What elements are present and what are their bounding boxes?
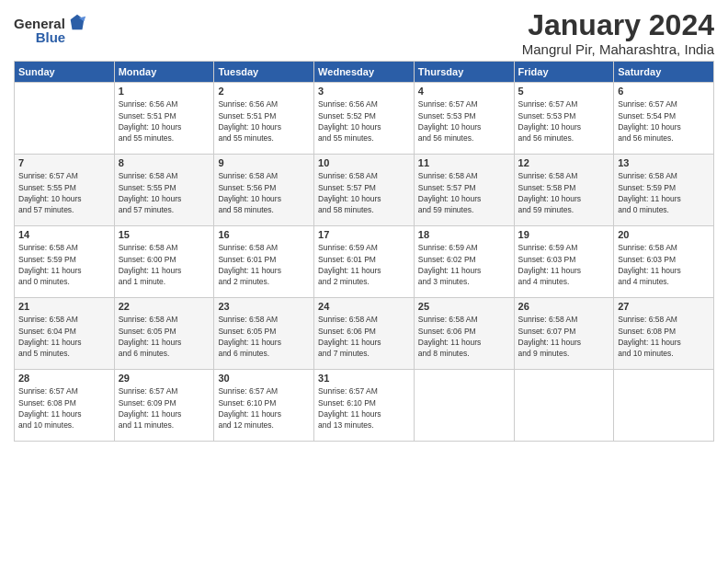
cell-content: Sunrise: 6:58 AMSunset: 6:06 PMDaylight:…: [418, 314, 510, 359]
table-row: 15Sunrise: 6:58 AMSunset: 6:00 PMDayligh…: [114, 226, 214, 298]
cell-content: Sunrise: 6:56 AMSunset: 5:51 PMDaylight:…: [218, 98, 310, 144]
logo: General Blue: [14, 13, 87, 45]
table-row: 20Sunrise: 6:58 AMSunset: 6:03 PMDayligh…: [614, 226, 714, 298]
cell-content: Sunrise: 6:57 AMSunset: 5:53 PMDaylight:…: [418, 98, 510, 144]
day-number: 10: [318, 157, 410, 168]
day-number: 31: [318, 373, 410, 384]
day-number: 7: [18, 157, 110, 168]
day-number: 20: [618, 229, 710, 240]
day-number: 22: [119, 301, 210, 312]
day-number: 30: [218, 373, 310, 384]
table-row: 12Sunrise: 6:58 AMSunset: 5:58 PMDayligh…: [514, 155, 614, 226]
logo-icon: [67, 13, 87, 33]
day-number: 16: [218, 229, 310, 240]
day-number: 3: [318, 86, 410, 97]
table-row: [514, 370, 614, 442]
table-row: 30Sunrise: 6:57 AMSunset: 6:10 PMDayligh…: [214, 370, 314, 442]
table-row: 27Sunrise: 6:58 AMSunset: 6:08 PMDayligh…: [614, 298, 714, 370]
day-number: 12: [518, 157, 610, 168]
table-row: 3Sunrise: 6:56 AMSunset: 5:52 PMDaylight…: [314, 83, 415, 155]
table-row: 8Sunrise: 6:58 AMSunset: 5:55 PMDaylight…: [114, 155, 214, 226]
col-wednesday: Wednesday: [314, 62, 415, 83]
cell-content: Sunrise: 6:58 AMSunset: 6:00 PMDaylight:…: [119, 242, 210, 287]
table-row: 1Sunrise: 6:56 AMSunset: 5:51 PMDaylight…: [114, 83, 214, 155]
col-friday: Friday: [514, 62, 614, 83]
table-row: 14Sunrise: 6:58 AMSunset: 5:59 PMDayligh…: [15, 226, 115, 298]
cell-content: Sunrise: 6:58 AMSunset: 5:58 PMDaylight:…: [518, 170, 610, 215]
cell-content: Sunrise: 6:59 AMSunset: 6:02 PMDaylight:…: [418, 242, 510, 287]
table-row: 18Sunrise: 6:59 AMSunset: 6:02 PMDayligh…: [414, 226, 514, 298]
cell-content: Sunrise: 6:58 AMSunset: 6:03 PMDaylight:…: [618, 242, 710, 287]
table-row: [614, 370, 714, 442]
table-row: 24Sunrise: 6:58 AMSunset: 6:06 PMDayligh…: [314, 298, 415, 370]
cell-content: Sunrise: 6:58 AMSunset: 6:08 PMDaylight:…: [618, 314, 710, 359]
header-row: Sunday Monday Tuesday Wednesday Thursday…: [15, 62, 714, 83]
table-row: 11Sunrise: 6:58 AMSunset: 5:57 PMDayligh…: [414, 155, 514, 226]
day-number: 15: [119, 229, 210, 240]
table-row: 13Sunrise: 6:58 AMSunset: 5:59 PMDayligh…: [614, 155, 714, 226]
table-row: 29Sunrise: 6:57 AMSunset: 6:09 PMDayligh…: [114, 370, 214, 442]
table-row: 19Sunrise: 6:59 AMSunset: 6:03 PMDayligh…: [514, 226, 614, 298]
table-row: 28Sunrise: 6:57 AMSunset: 6:08 PMDayligh…: [15, 370, 115, 442]
week-row: 28Sunrise: 6:57 AMSunset: 6:08 PMDayligh…: [15, 370, 714, 442]
table-row: 17Sunrise: 6:59 AMSunset: 6:01 PMDayligh…: [314, 226, 415, 298]
day-number: 13: [618, 157, 710, 168]
col-monday: Monday: [114, 62, 214, 83]
day-number: 4: [418, 86, 510, 97]
day-number: 5: [518, 86, 610, 97]
day-number: 9: [218, 157, 310, 168]
cell-content: Sunrise: 6:58 AMSunset: 5:59 PMDaylight:…: [18, 242, 110, 287]
day-number: 18: [418, 229, 510, 240]
day-number: 17: [318, 229, 410, 240]
col-tuesday: Tuesday: [214, 62, 314, 83]
table-row: [15, 83, 115, 155]
page-container: General Blue January 2024 Mangrul Pir, M…: [0, 0, 728, 451]
table-row: 23Sunrise: 6:58 AMSunset: 6:05 PMDayligh…: [214, 298, 314, 370]
table-row: [414, 370, 514, 442]
week-row: 21Sunrise: 6:58 AMSunset: 6:04 PMDayligh…: [15, 298, 714, 370]
logo-blue: Blue: [36, 29, 66, 45]
table-row: 2Sunrise: 6:56 AMSunset: 5:51 PMDaylight…: [214, 83, 314, 155]
cell-content: Sunrise: 6:59 AMSunset: 6:01 PMDaylight:…: [318, 242, 410, 287]
cell-content: Sunrise: 6:57 AMSunset: 6:10 PMDaylight:…: [218, 385, 310, 431]
cell-content: Sunrise: 6:58 AMSunset: 5:55 PMDaylight:…: [119, 170, 210, 215]
cell-content: Sunrise: 6:57 AMSunset: 6:10 PMDaylight:…: [318, 385, 410, 431]
cell-content: Sunrise: 6:59 AMSunset: 6:03 PMDaylight:…: [518, 242, 610, 287]
table-row: 22Sunrise: 6:58 AMSunset: 6:05 PMDayligh…: [114, 298, 214, 370]
table-row: 21Sunrise: 6:58 AMSunset: 6:04 PMDayligh…: [15, 298, 115, 370]
location-title: Mangrul Pir, Maharashtra, India: [522, 41, 714, 57]
cell-content: Sunrise: 6:58 AMSunset: 6:07 PMDaylight:…: [518, 314, 610, 359]
day-number: 19: [518, 229, 610, 240]
day-number: 6: [618, 86, 710, 97]
day-number: 21: [18, 301, 110, 312]
logo-general: General: [14, 16, 65, 31]
week-row: 14Sunrise: 6:58 AMSunset: 5:59 PMDayligh…: [15, 226, 714, 298]
calendar-table: Sunday Monday Tuesday Wednesday Thursday…: [14, 61, 714, 442]
col-sunday: Sunday: [15, 62, 115, 83]
title-block: January 2024 Mangrul Pir, Maharashtra, I…: [522, 9, 714, 57]
table-row: 6Sunrise: 6:57 AMSunset: 5:54 PMDaylight…: [614, 83, 714, 155]
cell-content: Sunrise: 6:58 AMSunset: 5:57 PMDaylight:…: [318, 170, 410, 215]
week-row: 7Sunrise: 6:57 AMSunset: 5:55 PMDaylight…: [15, 155, 714, 226]
day-number: 1: [119, 86, 210, 97]
header: General Blue January 2024 Mangrul Pir, M…: [14, 9, 714, 57]
table-row: 4Sunrise: 6:57 AMSunset: 5:53 PMDaylight…: [414, 83, 514, 155]
cell-content: Sunrise: 6:58 AMSunset: 5:57 PMDaylight:…: [418, 170, 510, 215]
col-saturday: Saturday: [614, 62, 714, 83]
day-number: 23: [218, 301, 310, 312]
day-number: 26: [518, 301, 610, 312]
cell-content: Sunrise: 6:57 AMSunset: 5:55 PMDaylight:…: [18, 170, 110, 215]
day-number: 8: [119, 157, 210, 168]
day-number: 2: [218, 86, 310, 97]
table-row: 5Sunrise: 6:57 AMSunset: 5:53 PMDaylight…: [514, 83, 614, 155]
cell-content: Sunrise: 6:58 AMSunset: 6:05 PMDaylight:…: [119, 314, 210, 359]
table-row: 26Sunrise: 6:58 AMSunset: 6:07 PMDayligh…: [514, 298, 614, 370]
day-number: 11: [418, 157, 510, 168]
table-row: 31Sunrise: 6:57 AMSunset: 6:10 PMDayligh…: [314, 370, 415, 442]
cell-content: Sunrise: 6:56 AMSunset: 5:51 PMDaylight:…: [119, 98, 210, 144]
cell-content: Sunrise: 6:57 AMSunset: 6:08 PMDaylight:…: [18, 385, 110, 431]
day-number: 24: [318, 301, 410, 312]
col-thursday: Thursday: [414, 62, 514, 83]
month-title: January 2024: [522, 9, 714, 41]
cell-content: Sunrise: 6:58 AMSunset: 6:01 PMDaylight:…: [218, 242, 310, 287]
